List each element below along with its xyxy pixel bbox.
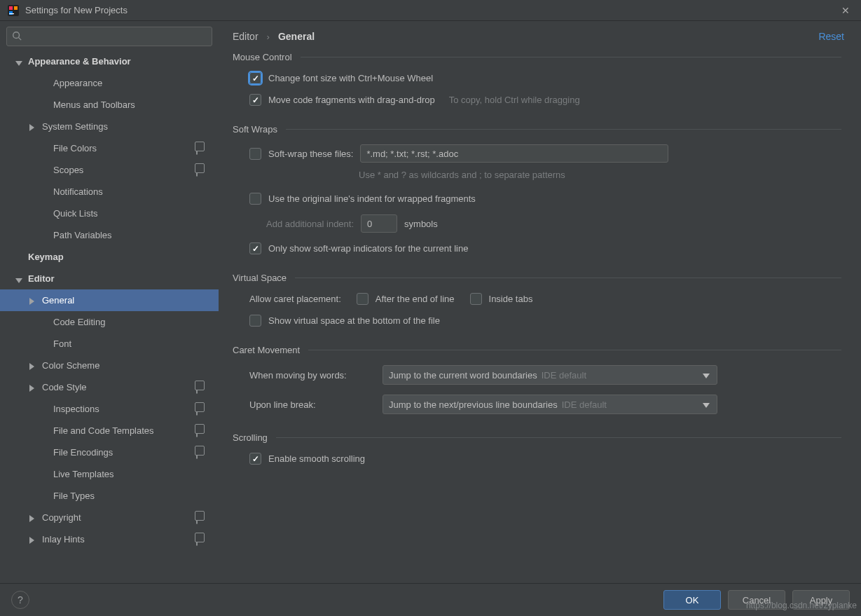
tree-item-scopes[interactable]: Scopes (0, 159, 219, 181)
tree-item-label: General (42, 295, 206, 306)
arrow-spacer (41, 101, 49, 109)
checkbox-use-original-indent[interactable] (249, 193, 261, 205)
checkbox-only-current-line[interactable] (249, 242, 261, 254)
tree-item-notifications[interactable]: Notifications (0, 181, 219, 203)
svg-point-5 (13, 32, 20, 39)
section-separator (276, 437, 841, 438)
collapse-arrow-icon[interactable] (29, 296, 38, 305)
section-title: Mouse Control (233, 52, 292, 62)
tree-item-menus-and-toolbars[interactable]: Menus and Toolbars (0, 94, 219, 116)
section-title: Soft Wraps (233, 124, 277, 135)
tree-item-color-scheme[interactable]: Color Scheme (0, 355, 219, 376)
breadcrumb-current: General (278, 31, 315, 42)
apply-button[interactable]: Apply (792, 590, 850, 610)
help-button[interactable]: ? (11, 591, 29, 609)
section-title: Caret Movement (233, 345, 300, 355)
settings-tree[interactable]: Appearance & BehaviorAppearanceMenus and… (0, 50, 219, 583)
checkbox-smooth-scrolling[interactable] (249, 453, 261, 465)
tree-item-label: Notifications (53, 186, 206, 197)
main-panel: Editor › General Reset Mouse Control Cha… (219, 21, 861, 583)
arrow-spacer (41, 318, 49, 327)
hint-wildcards: Use * and ? as wildcards and ; to separa… (359, 170, 565, 180)
breadcrumb-parent[interactable]: Editor (233, 31, 259, 42)
close-icon[interactable]: ✕ (837, 4, 854, 18)
tree-item-path-variables[interactable]: Path Variables (0, 224, 219, 246)
label-line-break: Upon line break: (249, 399, 376, 410)
breadcrumb-row: Editor › General Reset (233, 31, 844, 42)
section-mouse-control: Mouse Control Change font size with Ctrl… (233, 52, 841, 106)
tree-item-file-colors[interactable]: File Colors (0, 137, 219, 159)
section-separator (286, 129, 841, 130)
svg-rect-1 (9, 6, 13, 10)
select-break[interactable]: Jump to the next/previous line boundarie… (383, 395, 717, 414)
tree-item-inlay-hints[interactable]: Inlay Hints (0, 528, 219, 550)
label-smooth-scrolling: Enable smooth scrolling (268, 453, 365, 464)
section-scrolling: Scrolling Enable smooth scrolling (233, 432, 841, 465)
label-after-eol: After the end of line (376, 294, 455, 304)
input-softwrap-pattern[interactable] (360, 144, 668, 163)
checkbox-after-eol[interactable] (357, 293, 368, 305)
svg-rect-3 (9, 11, 13, 15)
input-add-indent[interactable] (361, 214, 397, 233)
tree-item-label: Live Templates (53, 469, 206, 479)
select-words[interactable]: Jump to the current word boundaries IDE … (383, 365, 717, 385)
tree-item-code-style[interactable]: Code Style (0, 376, 219, 398)
tree-item-label: File Encodings (53, 447, 196, 458)
tree-item-general[interactable]: General (0, 289, 219, 311)
arrow-spacer (41, 492, 49, 500)
tree-item-file-encodings[interactable]: File Encodings (0, 442, 219, 463)
label-virtual-bottom: Show virtual space at the bottom of the … (268, 315, 440, 326)
tree-item-keymap[interactable]: Keymap (0, 246, 219, 268)
svg-line-6 (19, 38, 22, 41)
tree-item-font[interactable]: Font (0, 333, 219, 355)
breadcrumb: Editor › General (233, 31, 315, 42)
tree-item-inspections[interactable]: Inspections (0, 398, 219, 420)
tree-item-label: System Settings (42, 121, 206, 132)
tree-item-copyright[interactable]: Copyright (0, 507, 219, 528)
tree-item-code-editing[interactable]: Code Editing (0, 311, 219, 333)
tree-item-appearance[interactable]: Appearance (0, 72, 219, 94)
checkbox-softwrap-files[interactable] (249, 148, 261, 160)
checkbox-change-font-size[interactable] (249, 72, 261, 84)
expand-arrow-icon[interactable] (15, 275, 24, 283)
tree-item-label: Appearance & Behavior (28, 56, 206, 67)
tree-item-label: Color Scheme (42, 360, 206, 371)
collapse-arrow-icon[interactable] (29, 535, 38, 544)
tree-item-label: Font (53, 338, 206, 349)
checkbox-virtual-bottom[interactable] (249, 315, 261, 327)
collapse-arrow-icon[interactable] (29, 123, 38, 131)
label-use-original-indent: Use the original line's indent for wrapp… (268, 193, 476, 204)
label-only-current-line: Only show soft-wrap indicators for the c… (268, 243, 468, 254)
tree-item-file-and-code-templates[interactable]: File and Code Templates (0, 420, 219, 442)
sidebar: Appearance & BehaviorAppearanceMenus and… (0, 21, 219, 583)
collapse-arrow-icon[interactable] (29, 362, 38, 370)
tree-item-label: Path Variables (53, 230, 206, 240)
collapse-arrow-icon[interactable] (29, 514, 38, 522)
search-input[interactable] (6, 27, 212, 46)
reset-link[interactable]: Reset (818, 31, 844, 42)
tree-item-file-types[interactable]: File Types (0, 485, 219, 507)
tree-item-quick-lists[interactable]: Quick Lists (0, 203, 219, 224)
dialog-footer: ? OK Cancel Apply (0, 583, 861, 616)
cancel-button[interactable]: Cancel (728, 590, 785, 610)
expand-arrow-icon[interactable] (15, 57, 24, 66)
copy-icon (196, 448, 206, 458)
label-add-indent: Add additional indent: (266, 219, 354, 229)
collapse-arrow-icon[interactable] (29, 383, 38, 392)
checkbox-inside-tabs[interactable] (470, 293, 482, 305)
checkbox-move-fragments[interactable] (249, 94, 261, 106)
arrow-spacer (41, 340, 49, 348)
tree-item-live-templates[interactable]: Live Templates (0, 463, 219, 485)
tree-item-label: Code Editing (53, 317, 206, 327)
tree-item-editor[interactable]: Editor (0, 268, 219, 289)
tree-item-system-settings[interactable]: System Settings (0, 116, 219, 137)
settings-content: Mouse Control Change font size with Ctrl… (233, 52, 844, 583)
arrow-spacer (41, 427, 49, 435)
tree-item-appearance-behavior[interactable]: Appearance & Behavior (0, 50, 219, 72)
label-softwrap-files: Soft-wrap these files: (268, 149, 353, 159)
tree-item-label: Copyright (42, 512, 196, 523)
section-title: Virtual Space (233, 273, 287, 283)
arrow-spacer (41, 79, 49, 88)
arrow-spacer (41, 470, 49, 479)
ok-button[interactable]: OK (663, 590, 721, 610)
